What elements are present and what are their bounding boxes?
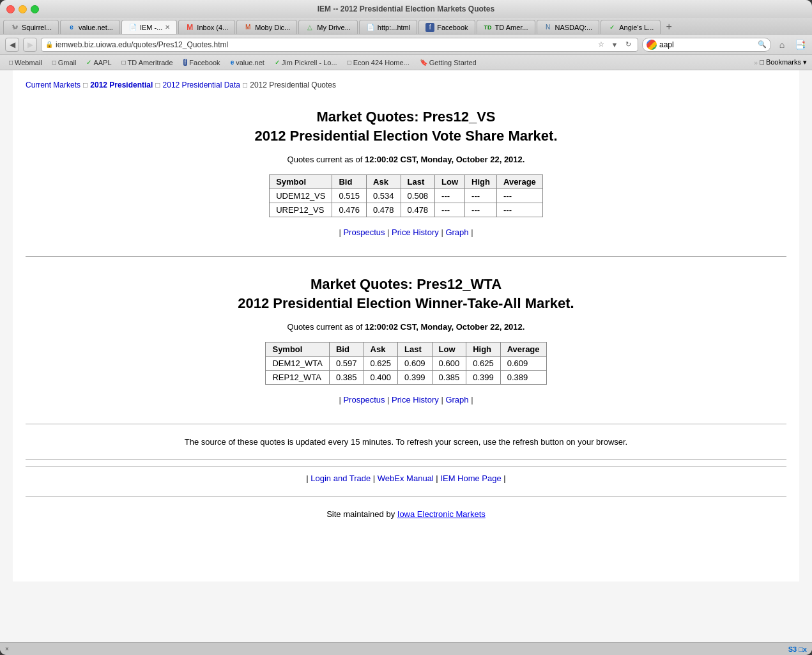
back-button[interactable]: ◀ (5, 38, 19, 52)
tab-gmail[interactable]: M Inbox (4... (178, 20, 235, 34)
new-tab-button[interactable]: + (662, 20, 676, 34)
bookmark-gmail[interactable]: □ Gmail (49, 58, 80, 68)
market2-row1-average: 0.609 (500, 357, 546, 371)
market1-row2-low: --- (435, 203, 465, 217)
bookmark-valuenet[interactable]: e value.net (227, 58, 268, 68)
market1-prospectus-link[interactable]: Prospectus (343, 227, 385, 237)
breadcrumb-current: 2012 Presidential Quotes (250, 81, 336, 89)
home-button[interactable]: ⌂ (775, 38, 789, 52)
market2-row2: REP12_WTA 0.385 0.400 0.399 0.385 0.399 … (266, 371, 546, 385)
market2-col-low: Low (432, 343, 466, 357)
bookmark-getting-started[interactable]: 🔖 Getting Started (416, 58, 480, 68)
market2-col-bid: Bid (329, 343, 364, 357)
tab-http-label: http:...html (378, 24, 410, 31)
bookmark-star-icon[interactable]: ☆ (595, 39, 607, 50)
login-trade-link[interactable]: Login and Trade (310, 474, 371, 483)
tab-http[interactable]: 📄 http:...html (359, 20, 417, 34)
browser-window: IEM -- 2012 Presidential Election Market… (0, 0, 812, 655)
market2-row2-average: 0.389 (500, 371, 546, 385)
market2-title1: Market Quotes: Pres12_WTA (26, 276, 786, 293)
market2-row2-low: 0.385 (432, 371, 466, 385)
section-divider-4 (26, 496, 786, 497)
search-submit-icon[interactable]: 🔍 (758, 40, 767, 49)
minimize-traffic-light[interactable] (19, 5, 27, 13)
market2-row2-last: 0.399 (398, 371, 433, 385)
market1-row2-average: --- (497, 203, 543, 217)
bookmark-pickrell[interactable]: ✓ Jim Pickrell - Lo... (271, 58, 341, 68)
window-title: IEM -- 2012 Presidential Election Market… (318, 4, 494, 13)
market2-graph-link[interactable]: Graph (445, 395, 468, 405)
tab-value[interactable]: e value.net... (60, 20, 120, 34)
market2-row1-low: 0.600 (432, 357, 466, 371)
market1-row1-symbol: UDEM12_VS (270, 189, 332, 203)
bookmark-aapl[interactable]: ✓ AAPL (82, 58, 115, 68)
tab-squirrel[interactable]: 🐿 Squirrel... (3, 20, 59, 34)
market2-prospectus-link[interactable]: Prospectus (343, 395, 385, 405)
market1-title1: Market Quotes: Pres12_VS (26, 109, 786, 125)
market2-links: | Prospectus | Price History | Graph | (26, 395, 786, 405)
breadcrumb-sep2: □ (155, 81, 160, 89)
tab-td[interactable]: TD TD Amer... (477, 20, 535, 34)
tab-angie-label: Angie's L... (619, 24, 654, 31)
breadcrumb: Current Markets □ 2012 Presidential □ 20… (26, 77, 786, 96)
bookmark-started-label: Getting Started (429, 59, 477, 66)
market2-row1: DEM12_WTA 0.597 0.625 0.609 0.600 0.625 … (266, 357, 546, 371)
market1-row1-high: --- (465, 189, 497, 203)
market2-table: Symbol Bid Ask Last Low High Average DEM… (265, 342, 546, 385)
iem-home-link[interactable]: IEM Home Page (440, 474, 501, 483)
tab-squirrel-label: Squirrel... (22, 24, 52, 31)
tab-iem-label: IEM -... (140, 24, 162, 31)
econ-icon: □ (348, 59, 351, 66)
close-traffic-light[interactable] (6, 5, 15, 13)
webex-manual-link[interactable]: WebEx Manual (378, 474, 434, 483)
bookmark-econ[interactable]: □ Econ 424 Home... (344, 58, 413, 68)
google-icon (647, 40, 657, 50)
market2-col-last: Last (398, 343, 433, 357)
reading-list-icon[interactable]: ▼ (609, 39, 620, 50)
search-input[interactable] (659, 40, 755, 49)
market2-price-history-link[interactable]: Price History (392, 395, 439, 405)
fb-bk-icon: f (183, 59, 188, 66)
market2-row2-symbol: REP12_WTA (266, 371, 330, 385)
bookmark-webmail[interactable]: □ Webmail (5, 58, 46, 68)
tab-facebook[interactable]: f Facebook (418, 20, 475, 34)
tab-iem-close[interactable]: ✕ (165, 24, 170, 31)
traffic-lights (6, 5, 39, 13)
address-input[interactable] (56, 40, 593, 49)
value-favicon: e (67, 23, 76, 32)
bookmarks-label[interactable]: □ Bookmarks ▾ (760, 58, 807, 66)
maintained-by: Site maintained by Iowa Electronic Marke… (26, 503, 786, 525)
td-bk-icon: □ (122, 59, 126, 66)
forward-button[interactable]: ▶ (23, 38, 37, 52)
market1-col-high: High (465, 175, 497, 189)
tab-facebook-label: Facebook (437, 24, 468, 31)
tab-drive[interactable]: △ My Drive... (298, 20, 358, 34)
bookmark-tdameritrade[interactable]: □ TD Ameritrade (118, 58, 177, 68)
address-bar-wrap: 🔒 ☆ ▼ ↻ (41, 38, 638, 52)
tab-angie[interactable]: ✓ Angie's L... (601, 20, 661, 34)
breadcrumb-2012-presidential-data[interactable]: 2012 Presidential Data (163, 81, 240, 89)
tab-moby-label: Moby Dic... (255, 24, 290, 31)
tab-nasdaq[interactable]: N NASDAQ:... (537, 20, 600, 34)
squirrel-favicon: 🐿 (10, 23, 19, 32)
breadcrumb-current-markets[interactable]: Current Markets (26, 81, 80, 89)
gmail-bk-icon: □ (52, 59, 56, 66)
market2-col-symbol: Symbol (266, 343, 330, 357)
market2-col-ask: Ask (364, 343, 398, 357)
section-divider-2 (26, 424, 786, 424)
bookmark-fb-label: Facebook (189, 59, 220, 66)
iowa-electronic-markets-link[interactable]: Iowa Electronic Markets (397, 509, 486, 519)
breadcrumb-2012-presidential[interactable]: 2012 Presidential (90, 81, 153, 89)
market1-price-history-link[interactable]: Price History (392, 227, 439, 237)
bookmark-econ-label: Econ 424 Home... (353, 59, 410, 66)
tab-moby[interactable]: M Moby Dic... (236, 20, 297, 34)
nav-bar: ◀ ▶ 🔒 ☆ ▼ ↻ 🔍 ⌂ 📑 (0, 35, 812, 55)
lock-icon: 🔒 (45, 41, 53, 48)
tab-iem[interactable]: 📄 IEM -... ✕ (121, 20, 177, 34)
bookmark-facebook[interactable]: f Facebook (180, 58, 224, 68)
maximize-traffic-light[interactable] (31, 5, 39, 13)
market1-graph-link[interactable]: Graph (445, 227, 468, 237)
reload-icon[interactable]: ↻ (622, 39, 634, 50)
started-icon: 🔖 (420, 59, 427, 66)
bookmarks-sidebar-button[interactable]: 📑 (793, 38, 807, 52)
